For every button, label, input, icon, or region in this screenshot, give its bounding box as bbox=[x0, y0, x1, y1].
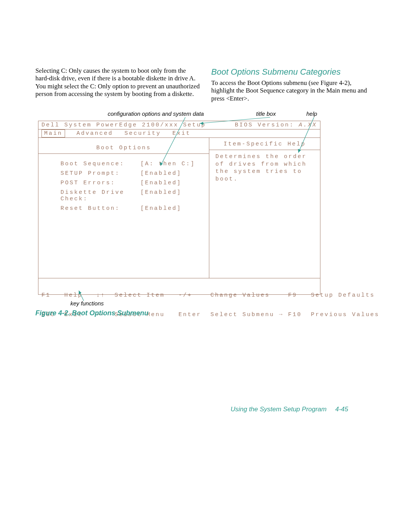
opt-post-errors-label: POST Errors: bbox=[61, 180, 140, 186]
bios-menu-bar: Main Advanced Security Exit bbox=[38, 129, 320, 138]
figure-caption: Figure 4-2. Boot Options Submenu bbox=[35, 309, 148, 317]
menu-security[interactable]: Security bbox=[124, 130, 161, 137]
opt-diskette-check-value[interactable]: [Enabled] bbox=[140, 189, 182, 202]
annot-title: title box bbox=[256, 110, 276, 117]
left-paragraph: Selecting C: Only causes the system to b… bbox=[35, 67, 200, 98]
opt-diskette-check-label: Diskette Drive Check: bbox=[61, 189, 140, 202]
bios-screen: Dell System PowerEdge 2100/xxx Setup BIO… bbox=[38, 121, 320, 295]
opt-boot-sequence-value[interactable]: [A: then C:] bbox=[140, 161, 195, 167]
opt-boot-sequence-label: Boot Sequence: bbox=[61, 161, 140, 167]
opt-reset-button-label: Reset Button: bbox=[61, 205, 140, 212]
bios-version-label: BIOS Version: bbox=[235, 122, 294, 128]
annot-key-functions: key functions bbox=[70, 300, 104, 307]
footer-text: Using the System Setup Program bbox=[231, 406, 327, 413]
menu-exit[interactable]: Exit bbox=[172, 130, 191, 137]
menu-main[interactable]: Main bbox=[41, 129, 65, 137]
menu-advanced[interactable]: Advanced bbox=[76, 130, 113, 137]
opt-setup-prompt-label: SETUP Prompt: bbox=[61, 170, 140, 177]
footer-page: 4-45 bbox=[335, 406, 348, 413]
annot-help: help bbox=[306, 110, 317, 117]
right-paragraph: To access the Boot Options submenu (see … bbox=[211, 79, 376, 102]
section-heading: Boot Options Submenu Categories bbox=[211, 67, 376, 77]
submenu-title: Boot Options bbox=[38, 138, 209, 154]
opt-setup-prompt-value[interactable]: [Enabled] bbox=[140, 170, 182, 177]
page-footer: Using the System Setup Program 4-45 bbox=[231, 406, 348, 413]
help-pane-text: Determines the order of drives from whic… bbox=[209, 150, 320, 186]
opt-post-errors-value[interactable]: [Enabled] bbox=[140, 180, 182, 186]
bios-version-value: A.XX bbox=[299, 122, 317, 128]
annot-config: configuration options and system data bbox=[108, 110, 204, 117]
help-pane-title: Item-Specific Help bbox=[209, 138, 320, 150]
keys-line-1: F1 Help ↓↑ Select Item -/+ Change Values… bbox=[41, 292, 317, 299]
bios-system-title: Dell System PowerEdge 2100/xxx Setup bbox=[41, 122, 206, 129]
opt-reset-button-value[interactable]: [Enabled] bbox=[140, 205, 182, 212]
